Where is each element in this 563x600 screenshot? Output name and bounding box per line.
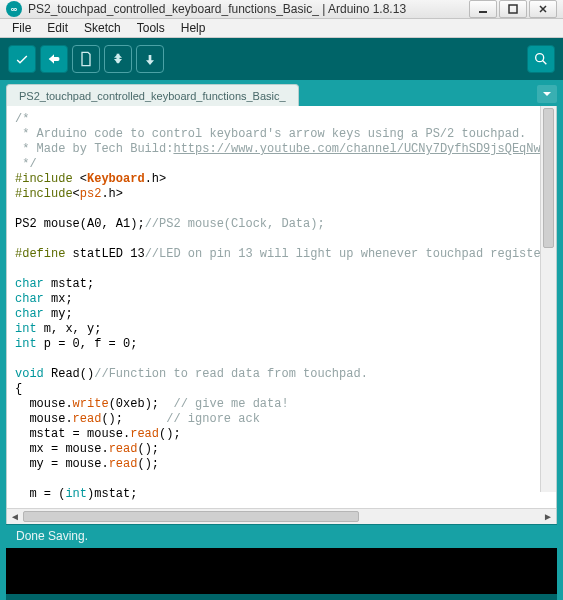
code-text: read [109, 442, 138, 456]
svg-rect-0 [479, 11, 487, 13]
status-bar: Done Saving. [6, 524, 557, 548]
code-text: char [15, 277, 44, 291]
code-text: mstat; [44, 277, 94, 291]
code-area[interactable]: /* * Arduino code to control keyboard's … [7, 106, 556, 508]
editor: /* * Arduino code to control keyboard's … [6, 106, 557, 524]
vertical-scroll-thumb[interactable] [543, 108, 554, 248]
code-text: * Arduino code to control keyboard's arr… [15, 127, 526, 141]
code-text: my; [44, 307, 73, 321]
menu-edit[interactable]: Edit [39, 19, 76, 37]
sketch-tab[interactable]: PS2_touchpad_controlled_keyboard_functio… [6, 84, 299, 106]
code-text: read [73, 412, 102, 426]
code-text: int [15, 337, 37, 351]
code-text: PS2 mouse(A0, A1); [15, 217, 145, 231]
code-text: #include [15, 187, 73, 201]
code-text: read [130, 427, 159, 441]
scroll-left-button[interactable]: ◄ [7, 509, 23, 525]
code-text: < [73, 187, 80, 201]
code-text: //PS2 mouse(Clock, Data); [145, 217, 325, 231]
code-text: * Made by Tech Build: [15, 142, 173, 156]
menu-help[interactable]: Help [173, 19, 214, 37]
tabstrip: PS2_touchpad_controlled_keyboard_functio… [0, 80, 563, 106]
new-button[interactable] [72, 45, 100, 73]
close-button[interactable] [529, 0, 557, 18]
code-text: (); [137, 457, 159, 471]
code-text: write [73, 397, 109, 411]
minimize-button[interactable] [469, 0, 497, 18]
code-text: mouse. [15, 397, 73, 411]
upload-button[interactable] [40, 45, 68, 73]
menu-file[interactable]: File [4, 19, 39, 37]
code-text: mouse. [15, 412, 73, 426]
code-text: )mstat; [87, 487, 137, 501]
code-text: int [65, 487, 87, 501]
maximize-button[interactable] [499, 0, 527, 18]
horizontal-scrollbar[interactable]: ◄ ► [7, 508, 556, 524]
code-text: void [15, 367, 44, 381]
save-button[interactable] [136, 45, 164, 73]
code-text: p = 0, f = 0; [37, 337, 138, 351]
code-text: my = mouse. [15, 457, 109, 471]
code-text: char [15, 292, 44, 306]
code-text: m, x, y; [37, 322, 102, 336]
menu-sketch[interactable]: Sketch [76, 19, 129, 37]
verify-button[interactable] [8, 45, 36, 73]
code-text: #include [15, 172, 73, 186]
scroll-right-button[interactable]: ► [540, 509, 556, 525]
code-text: read [109, 457, 138, 471]
code-text: mstat = mouse. [15, 427, 130, 441]
code-text: #define [15, 247, 65, 261]
menubar: File Edit Sketch Tools Help [0, 19, 563, 38]
code-text: (0xeb); [109, 397, 174, 411]
vertical-scrollbar[interactable] [540, 106, 556, 492]
code-text: Keyboard [87, 172, 145, 186]
code-text: .h> [145, 172, 167, 186]
arduino-app-icon: ∞ [6, 1, 22, 17]
code-link[interactable]: https://www.youtube.com/channel/UCNy7Dyf… [173, 142, 556, 156]
code-text: /* [15, 112, 29, 126]
code-text: < [73, 172, 87, 186]
code-text: // ignore ack [166, 412, 260, 426]
code-text: ps2 [80, 187, 102, 201]
footer-bar: 7 Arduino Leonardo on COM15 [6, 594, 557, 600]
code-text: */ [15, 157, 37, 171]
code-text: Read() [44, 367, 94, 381]
code-text: .h> [101, 187, 123, 201]
svg-rect-1 [509, 5, 517, 13]
code-text: { [15, 382, 22, 396]
editor-scroll[interactable]: /* * Arduino code to control keyboard's … [7, 106, 556, 508]
console-output[interactable] [6, 548, 557, 594]
code-text: m = ( [15, 487, 65, 501]
code-text: char [15, 307, 44, 321]
menu-tools[interactable]: Tools [129, 19, 173, 37]
code-text: (); [137, 442, 159, 456]
code-text: mx; [44, 292, 73, 306]
code-text: // give me data! [173, 397, 288, 411]
code-text: int [15, 322, 37, 336]
horizontal-scroll-thumb[interactable] [23, 511, 359, 522]
window-titlebar: ∞ PS2_touchpad_controlled_keyboard_funct… [0, 0, 563, 19]
open-button[interactable] [104, 45, 132, 73]
code-text: mx = mouse. [15, 442, 109, 456]
toolbar [0, 38, 563, 80]
code-text: //Function to read data from touchpad. [94, 367, 368, 381]
code-text: (); [159, 427, 181, 441]
code-text: //LED on pin 13 will light up whenever t… [145, 247, 556, 261]
serial-monitor-button[interactable] [527, 45, 555, 73]
window-title: PS2_touchpad_controlled_keyboard_functio… [28, 2, 463, 16]
code-text: (); [101, 412, 166, 426]
status-text: Done Saving. [16, 529, 88, 543]
code-text: statLED 13 [65, 247, 144, 261]
tab-menu-button[interactable] [537, 85, 557, 103]
